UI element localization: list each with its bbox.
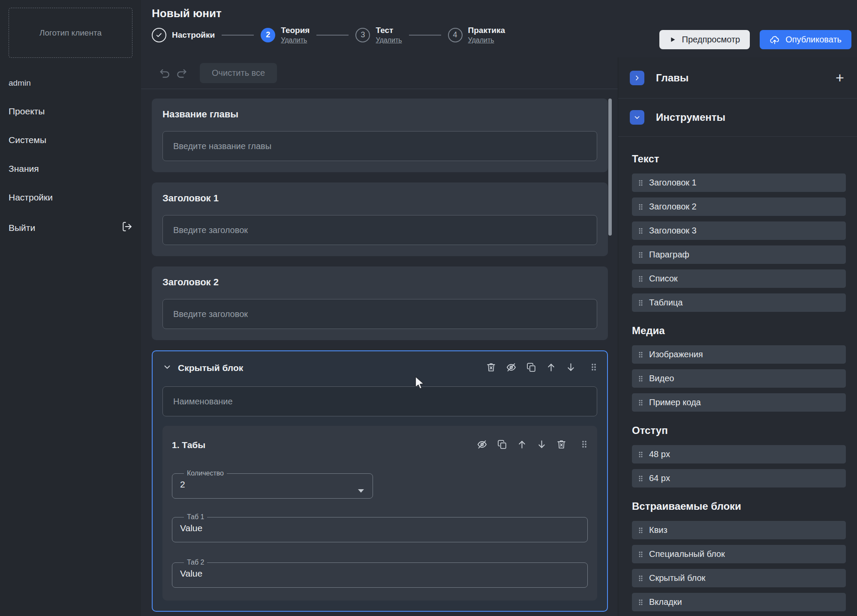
page-title: Новый юнит <box>152 7 857 20</box>
undo-button[interactable] <box>157 66 173 81</box>
step-label: Тест <box>376 26 402 35</box>
move-down-icon[interactable] <box>536 439 547 452</box>
drag-handle-icon <box>638 275 644 283</box>
chevron-down-icon <box>634 114 640 121</box>
plus-icon: + <box>836 69 844 86</box>
tool-item-video[interactable]: Видео <box>632 369 846 388</box>
step-theory[interactable]: 2 Теория Удалить <box>261 26 310 44</box>
chevron-right-icon <box>634 75 640 81</box>
tab1-input[interactable]: Таб 1 Value <box>172 513 588 542</box>
block-name-input[interactable]: Наименование <box>162 386 597 416</box>
delete-step-link[interactable]: Удалить <box>468 36 494 44</box>
move-up-icon[interactable] <box>546 362 556 374</box>
move-up-icon[interactable] <box>517 439 527 452</box>
expand-chapters-button[interactable] <box>630 71 644 85</box>
sidebar-item-projects[interactable]: Проекты <box>9 106 132 117</box>
logout-label: Выйти <box>9 223 35 233</box>
redo-icon <box>175 67 188 79</box>
chapter-title-input[interactable]: Введите название главы <box>162 131 597 161</box>
tool-item-label: Вкладки <box>649 597 682 607</box>
copy-block-icon[interactable] <box>497 439 508 452</box>
top-bar: Новый юнит Настройки 2 Те <box>141 0 857 57</box>
tools-list: Текст Заголовок 1 Заголовок 2 Заголовок … <box>618 137 857 611</box>
tool-item-paragraph[interactable]: Параграф <box>632 245 846 264</box>
tool-item-heading3[interactable]: Заголовок 3 <box>632 221 846 240</box>
tool-item-list[interactable]: Список <box>632 269 846 288</box>
drag-handle-icon <box>638 550 644 559</box>
tool-item-tabs[interactable]: Вкладки <box>632 593 846 611</box>
chevron-down-icon <box>358 489 364 493</box>
delete-step-link[interactable]: Удалить <box>376 36 402 44</box>
sidebar-item-settings[interactable]: Настройки <box>9 192 132 203</box>
tabs-count-select[interactable]: Количество 2 <box>172 469 373 499</box>
delete-step-link[interactable]: Удалить <box>281 36 307 44</box>
tool-item-label: Таблица <box>649 298 683 308</box>
vertical-scrollbar[interactable] <box>608 99 612 236</box>
tool-item-spacing-48[interactable]: 48 px <box>632 445 846 463</box>
tool-item-label: Заголовок 2 <box>649 202 697 212</box>
editor-area: Очистить все Название главы Введите назв… <box>141 57 618 616</box>
tool-item-label: 48 px <box>649 449 670 459</box>
editor-toolbar: Очистить все <box>141 57 618 89</box>
tool-item-heading2[interactable]: Заголовок 2 <box>632 197 846 216</box>
app-root: Логотип клиента admin Проекты Системы Зн… <box>0 0 857 616</box>
tool-item-hidden-block[interactable]: Скрытый блок <box>632 569 846 587</box>
tool-item-heading1[interactable]: Заголовок 1 <box>632 173 846 192</box>
step-connector <box>316 35 349 36</box>
sidebar-item-label: Настройки <box>9 192 53 203</box>
tool-item-spacing-64[interactable]: 64 px <box>632 469 846 487</box>
tool-item-quiz[interactable]: Квиз <box>632 521 846 539</box>
card-title: Заголовок 2 <box>162 277 597 288</box>
sidebar-item-systems[interactable]: Системы <box>9 135 132 145</box>
tool-item-code-sample[interactable]: Пример кода <box>632 393 846 412</box>
step-connector <box>409 35 441 36</box>
user-label: admin <box>9 78 132 88</box>
collapse-tools-button[interactable] <box>630 110 644 125</box>
drag-handle-icon[interactable] <box>590 362 597 374</box>
tab1-label: Таб 1 <box>184 513 207 521</box>
hide-block-icon[interactable] <box>476 439 488 452</box>
collapse-chevron-icon[interactable] <box>162 362 172 374</box>
client-logo-placeholder: Логотип клиента <box>9 8 132 58</box>
hidden-block-actions <box>486 362 597 375</box>
drag-handle-icon <box>638 398 644 407</box>
chapter-title-card: Название главы Введите название главы <box>152 99 608 172</box>
delete-block-icon[interactable] <box>486 362 496 374</box>
tool-item-special-block[interactable]: Специальный блок <box>632 545 846 563</box>
delete-block-icon[interactable] <box>556 439 567 452</box>
copy-block-icon[interactable] <box>526 362 537 374</box>
step-number-circle: 3 <box>355 28 370 42</box>
tab2-input[interactable]: Таб 2 Value <box>172 559 588 588</box>
tool-item-label: Скрытый блок <box>649 573 705 583</box>
drag-handle-icon <box>638 350 644 359</box>
hide-block-icon[interactable] <box>505 362 517 375</box>
step-settings[interactable]: Настройки <box>152 28 215 42</box>
step-practice[interactable]: 4 Практика Удалить <box>448 26 505 44</box>
chapters-header: Главы + <box>618 57 857 99</box>
preview-button[interactable]: Предпросмотр <box>659 30 750 49</box>
section-title-spacing: Отступ <box>632 425 846 437</box>
main-column: Новый юнит Настройки 2 Те <box>141 0 857 616</box>
right-panel: Главы + Инструменты Текст <box>618 57 857 616</box>
move-down-icon[interactable] <box>565 362 576 374</box>
add-chapter-button[interactable]: + <box>831 69 848 87</box>
clear-all-button[interactable]: Очистить все <box>200 63 277 83</box>
tool-item-table[interactable]: Таблица <box>632 293 846 312</box>
drag-handle-icon <box>638 474 644 483</box>
drag-handle-icon <box>638 598 644 607</box>
redo-button[interactable] <box>173 66 189 81</box>
heading1-input[interactable]: Введите заголовок <box>162 215 597 245</box>
drag-handle-icon[interactable] <box>581 439 588 451</box>
publish-button[interactable]: Опубликовать <box>760 30 851 49</box>
tool-item-images[interactable]: Изображения <box>632 345 846 364</box>
step-number-circle: 2 <box>261 28 275 42</box>
sidebar-item-logout[interactable]: Выйти <box>9 221 132 234</box>
tool-item-label: Пример кода <box>649 398 701 407</box>
tool-item-label: Заголовок 3 <box>649 226 697 236</box>
undo-icon <box>159 67 171 79</box>
hidden-block-card[interactable]: Скрытый блок <box>152 350 608 612</box>
tabs-block: 1. Табы <box>162 426 597 601</box>
sidebar-item-knowledge[interactable]: Знания <box>9 164 132 174</box>
heading2-input[interactable]: Введите заголовок <box>162 299 597 329</box>
step-test[interactable]: 3 Тест Удалить <box>355 26 402 44</box>
